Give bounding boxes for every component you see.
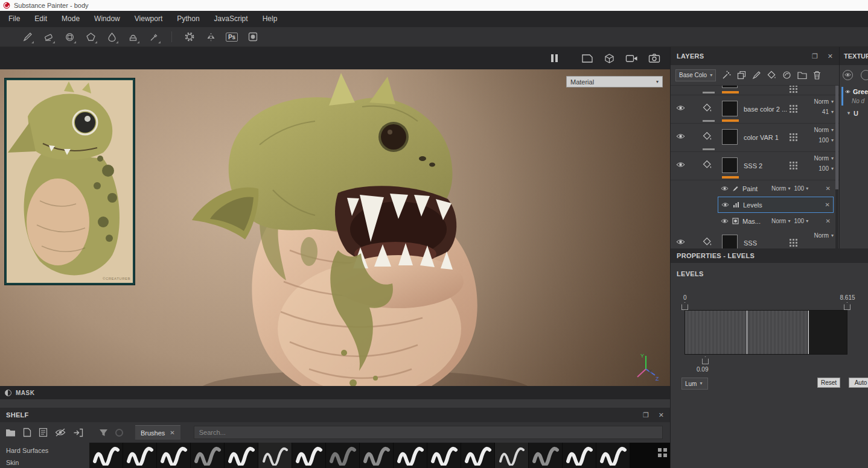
pause-engine-button[interactable] <box>551 54 558 62</box>
texture-set-group[interactable]: ▾ U <box>847 110 868 117</box>
display-settings-gear-button[interactable] <box>183 30 196 43</box>
tab-brushes[interactable]: Brushes ✕ <box>135 425 180 440</box>
visibility-eye-icon[interactable] <box>676 239 685 245</box>
search-input[interactable] <box>194 426 663 439</box>
material-grid-icon[interactable] <box>790 239 797 247</box>
axis-gizmo[interactable]: Y X Z <box>630 351 662 382</box>
scrollbar-thumb[interactable] <box>835 86 838 189</box>
brush-thumbnail[interactable] <box>529 443 562 468</box>
brush-thumbnail[interactable] <box>157 443 190 468</box>
brush-thumbnail[interactable] <box>596 443 630 468</box>
remove-effect-icon[interactable]: ✕ <box>825 201 830 208</box>
paint-layer-icon[interactable] <box>752 71 761 80</box>
channel-dropdown[interactable]: Base Colo ▾ <box>675 69 716 81</box>
import-resources-icon[interactable] <box>73 428 83 437</box>
blend-mode-dropdown[interactable]: Norm▾ <box>771 185 790 192</box>
menu-edit[interactable]: Edit <box>27 11 54 27</box>
brush-thumbnail[interactable] <box>191 443 224 468</box>
menu-viewport[interactable]: Viewport <box>127 11 170 27</box>
material-grid-icon[interactable] <box>790 133 797 141</box>
category-hard-surfaces[interactable]: Hard Surfaces <box>6 447 89 454</box>
smart-material-icon[interactable] <box>782 71 791 80</box>
levels-high-handle[interactable] <box>844 302 850 310</box>
smart-mask-wand-icon[interactable] <box>722 71 731 80</box>
opacity-dropdown[interactable]: 100▾ <box>794 218 808 224</box>
material-grid-icon[interactable] <box>790 105 797 113</box>
close-icon[interactable]: ✕ <box>659 411 664 419</box>
visibility-eye-icon[interactable] <box>721 202 729 207</box>
clone-tool-button[interactable] <box>126 30 139 43</box>
smudge-tool-button[interactable] <box>105 30 118 43</box>
effect-row-paint[interactable]: Paint Norm▾ 100▾ ✕ <box>718 180 834 197</box>
effect-row-mask[interactable]: Mas... Norm▾ 100▾ ✕ <box>718 213 834 229</box>
close-icon[interactable]: ✕ <box>828 52 833 60</box>
texture-set-item[interactable]: Gree No d <box>841 87 868 106</box>
eraser-tool-button[interactable] <box>42 30 55 43</box>
layer-row-sss[interactable]: SSS Norm▾ <box>671 229 839 248</box>
opacity-dropdown[interactable]: 100▾ <box>819 165 834 172</box>
undock-icon[interactable]: ❐ <box>812 52 818 60</box>
visibility-eye-icon[interactable] <box>676 133 685 139</box>
menu-python[interactable]: Python <box>170 11 206 27</box>
grid-view-icon[interactable] <box>658 448 662 452</box>
layer-row-base-color-2[interactable]: base color 2 ... Norm▾ 41▾ <box>671 95 839 124</box>
camera-settings-button[interactable] <box>625 54 638 63</box>
reset-button[interactable]: Reset <box>817 378 840 388</box>
material-picker-tool-button[interactable] <box>147 30 161 43</box>
fill-layer-icon[interactable] <box>767 71 776 80</box>
brush-thumbnail[interactable] <box>495 443 528 468</box>
projection-tool-button[interactable] <box>63 30 76 43</box>
brush-thumbnail[interactable] <box>360 443 393 468</box>
symmetry-button[interactable] <box>204 30 217 43</box>
brush-thumbnail[interactable] <box>427 443 461 468</box>
blend-mode-dropdown[interactable]: Norm▾ <box>814 98 834 105</box>
screenshot-camera-button[interactable] <box>648 53 660 63</box>
levels-mid-handle[interactable] <box>702 356 709 364</box>
material-grid-icon[interactable] <box>790 162 797 169</box>
layers-scrollbar[interactable] <box>835 86 838 248</box>
visibility-eye-icon[interactable] <box>721 218 729 224</box>
filter-icon[interactable] <box>99 429 108 437</box>
blend-mode-dropdown[interactable]: Norm▾ <box>814 155 834 162</box>
layer-row-color-var-1[interactable]: color VAR 1 Norm▾ 100▾ <box>671 124 839 152</box>
blend-mode-dropdown[interactable]: Norm▾ <box>771 218 790 224</box>
paint-brush-tool-button[interactable] <box>21 30 34 43</box>
delete-trash-icon[interactable] <box>813 71 821 80</box>
reference-image[interactable]: ©CREATUREB <box>5 78 135 285</box>
menu-file[interactable]: File <box>1 11 27 27</box>
layer-row-partial[interactable] <box>671 86 839 95</box>
blend-mode-dropdown[interactable]: Norm▾ <box>814 232 834 239</box>
remove-effect-icon[interactable]: ✕ <box>826 185 831 192</box>
undock-icon[interactable]: ❐ <box>643 411 649 419</box>
menu-window[interactable]: Window <box>87 11 127 27</box>
menu-help[interactable]: Help <box>255 11 285 27</box>
texture-material-icon[interactable] <box>861 70 868 80</box>
visibility-eye-icon[interactable] <box>721 186 729 191</box>
remove-effect-icon[interactable]: ✕ <box>826 218 831 224</box>
auto-button[interactable]: Auto <box>849 378 868 388</box>
layer-row-sss-2[interactable]: SSS 2 Norm▾ 100▾ <box>671 152 839 180</box>
menu-javascript[interactable]: JavaScript <box>207 11 255 27</box>
blend-mode-dropdown[interactable]: Norm▾ <box>814 127 834 133</box>
opacity-dropdown[interactable]: 100▾ <box>819 137 834 144</box>
group-folder-icon[interactable] <box>797 71 807 80</box>
brush-thumbnail[interactable] <box>326 443 359 468</box>
display-mode-button[interactable] <box>581 53 593 64</box>
texture-visibility-icon[interactable] <box>843 70 853 80</box>
new-resource-icon[interactable] <box>23 428 31 437</box>
levels-histogram[interactable] <box>685 310 847 355</box>
photoshop-export-button[interactable]: Ps <box>225 30 238 43</box>
opacity-dropdown[interactable]: 41▾ <box>822 109 834 115</box>
brush-thumbnail[interactable] <box>292 443 325 468</box>
brush-thumbnail[interactable] <box>394 443 427 468</box>
polygon-fill-tool-button[interactable] <box>84 30 97 43</box>
close-icon[interactable]: ✕ <box>170 429 174 436</box>
brush-thumbnail[interactable] <box>89 443 123 468</box>
opacity-dropdown[interactable]: 100▾ <box>794 185 808 192</box>
folder-icon[interactable] <box>5 428 16 437</box>
brush-thumbnail[interactable] <box>258 443 292 468</box>
3d-viewport[interactable]: ©CREATUREB Material ▾ Y X Z <box>0 69 670 386</box>
hide-resources-icon[interactable] <box>55 428 66 437</box>
geometry-mode-button[interactable] <box>604 53 615 64</box>
levels-low-handle[interactable] <box>681 302 688 310</box>
